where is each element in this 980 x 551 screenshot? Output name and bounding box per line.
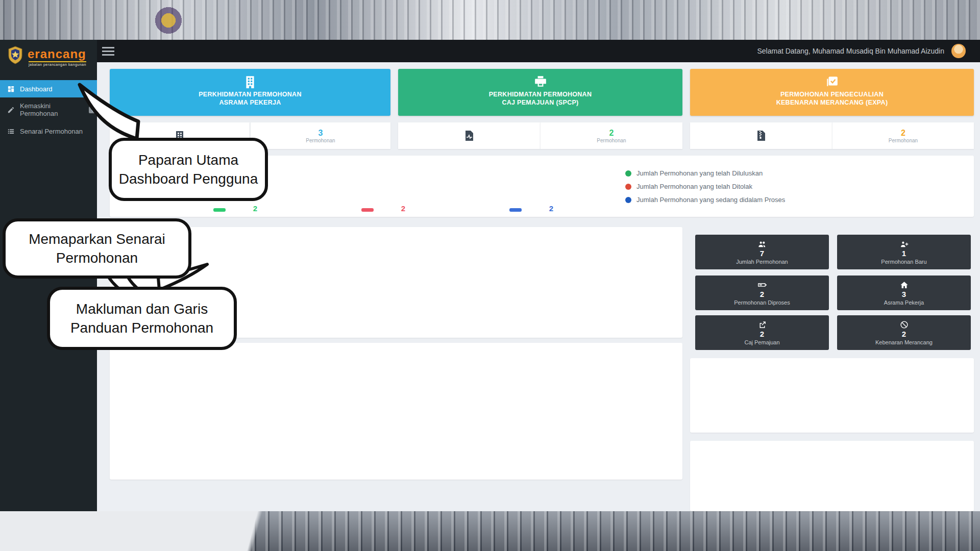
card-title-line2: CAJ PEMAJUAN (SPCP) — [398, 98, 682, 107]
callout-dashboard: Paparan Utama Dashboard Pengguna — [109, 138, 268, 201]
card-title-line2: KEBENARAN MERANCANG (EXPA) — [690, 98, 974, 107]
app-logo-tagline: jabatan perancangan bangunan — [29, 61, 86, 66]
battery-icon — [758, 281, 767, 289]
callout-line: Memaparkan Senarai — [29, 230, 165, 248]
stat-value: 2 — [902, 330, 906, 338]
count-value: 3 — [318, 129, 323, 138]
building-icon — [243, 75, 257, 88]
legend-item: Jumlah Permohonan yang telah Diluluskan — [625, 169, 763, 177]
sidebar-item-label: Kemaskini Permohonan — [20, 102, 83, 117]
background-photo-bottom — [0, 511, 980, 551]
guidelines-panel — [110, 343, 682, 480]
count-label: Permohonan — [306, 138, 335, 143]
callout-line: Paparan Utama — [138, 151, 238, 169]
count-label: Permohonan — [889, 138, 918, 143]
dashboard-grid-icon — [7, 85, 15, 93]
count-value-cell[interactable]: 2 Permohonan — [540, 122, 682, 149]
stat-label: Asrama Pekerja — [884, 299, 924, 306]
legend-dot-blue — [625, 197, 631, 203]
office-panel — [690, 441, 974, 511]
card-title-line2: ASRAMA PEKERJA — [110, 98, 390, 107]
hamburger-menu-icon[interactable] — [102, 47, 114, 56]
legend-item: Jumlah Permohonan yang telah Ditolak — [625, 183, 752, 190]
legend-item: Jumlah Permohonan yang sedang didalam Pr… — [625, 196, 785, 204]
count-value: 2 — [609, 129, 614, 138]
stat-label: Permohonan Baru — [881, 259, 926, 265]
stat-kebenaran-merancang[interactable]: 2 Kebenaran Merancang — [837, 315, 971, 350]
home-icon — [900, 281, 909, 289]
card-title-line1: PERKHIDMATAN PERMOHONAN — [398, 90, 682, 98]
callout-line: Permohonan — [56, 248, 138, 267]
callout-line: Makluman dan Garis — [76, 299, 208, 318]
stat-value: 3 — [902, 290, 906, 298]
legend-dot-red — [625, 184, 631, 190]
legend-label: Jumlah Permohonan yang telah Diluluskan — [636, 169, 763, 177]
gauge-tick — [509, 208, 522, 212]
count-icon-cell — [398, 122, 540, 149]
stat-permohonan-baru[interactable]: 1 Permohonan Baru — [837, 235, 971, 269]
pencil-icon — [7, 106, 15, 114]
calendar-check-icon — [825, 75, 839, 88]
callout-line: Dashboard Pengguna — [119, 169, 258, 188]
stat-value: 7 — [760, 249, 764, 258]
stat-label: Jumlah Permohonan — [736, 259, 788, 265]
printer-icon — [534, 75, 547, 88]
card-title-line1: PERMOHONAN PENGECUALIAN — [690, 90, 974, 98]
callout-line: Panduan Permohonan — [70, 318, 213, 337]
stat-jumlah-permohonan[interactable]: 7 Jumlah Permohonan — [695, 235, 829, 269]
stat-value: 1 — [902, 249, 906, 258]
background-photo-top — [0, 0, 980, 40]
card-kebenaran-merancang[interactable]: PERMOHONAN PENGECUALIAN KEBENARAN MERANC… — [690, 69, 974, 116]
gauge-value: 2 — [536, 204, 567, 213]
users-icon — [758, 240, 767, 248]
stat-asrama-pekerja[interactable]: 3 Asrama Pekerja — [837, 276, 971, 310]
count-label: Permohonan — [597, 138, 626, 143]
card-asrama-pekerja[interactable]: PERKHIDMATAN PERMOHONAN ASRAMA PEKERJA — [110, 69, 390, 116]
stat-label: Kebenaran Merancang — [875, 339, 933, 345]
stat-label: Permohonan Diproses — [734, 299, 790, 306]
user-plus-icon — [900, 240, 909, 248]
ban-icon — [900, 320, 909, 329]
count-value-cell[interactable]: 2 Permohonan — [832, 122, 974, 149]
card-title-line1: PERKHIDMATAN PERMOHONAN — [110, 90, 390, 98]
progress-panel — [690, 358, 974, 433]
stat-label: Caj Pemajuan — [744, 339, 779, 345]
card-caj-pemajuan[interactable]: PERKHIDMATAN PERMOHONAN CAJ PEMAJUAN (SP… — [398, 69, 682, 116]
count-value-cell[interactable]: 3 Permohonan — [250, 122, 390, 149]
gauge-tick — [361, 208, 374, 212]
gauge-value: 2 — [240, 204, 271, 213]
app-logo[interactable]: erancang — [28, 47, 86, 61]
stat-value: 2 — [760, 330, 764, 338]
mbjb-crest-icon — [7, 46, 23, 64]
stat-value: 2 — [760, 290, 764, 298]
count-icon-cell — [690, 122, 832, 149]
gauge-tick — [213, 208, 226, 212]
sidebar-item-label: Senarai Permohonan — [20, 128, 83, 135]
welcome-text: Selamat Datang, Muhamad Musadiq Bin Muha… — [757, 47, 944, 55]
callout-senarai: Memaparkan Senarai Permohonan — [3, 218, 191, 279]
stat-permohonan-diproses[interactable]: 2 Permohonan Diproses — [695, 276, 829, 310]
share-export-icon — [758, 320, 767, 329]
legend-dot-green — [625, 170, 631, 177]
callout-tail — [77, 82, 140, 143]
sidebar-item-label: Dashboard — [20, 85, 53, 93]
list-icon — [7, 128, 15, 135]
avatar[interactable] — [951, 44, 966, 58]
legend-label: Jumlah Permohonan yang telah Ditolak — [636, 183, 752, 190]
legend-label: Jumlah Permohonan yang sedang didalam Pr… — [636, 196, 785, 204]
file-zipper-icon — [755, 130, 767, 142]
callout-makluman: Makluman dan Garis Panduan Permohonan — [47, 287, 237, 350]
count-value: 2 — [901, 129, 905, 138]
file-waveform-icon — [463, 130, 475, 142]
gauge-value: 2 — [388, 204, 419, 213]
stat-caj-pemajuan[interactable]: 2 Caj Pemajuan — [695, 315, 829, 350]
